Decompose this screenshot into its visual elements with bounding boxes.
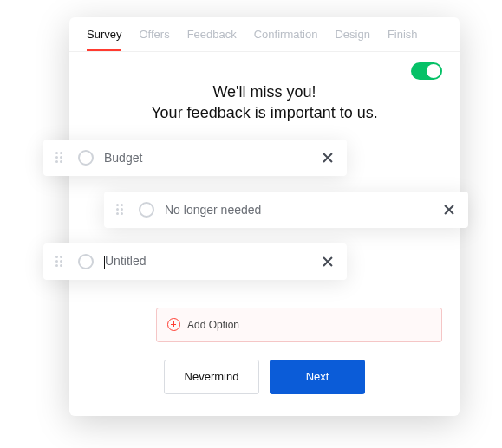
- tab-bar: Survey Offers Feedback Confirmation Desi…: [69, 17, 460, 52]
- option-label[interactable]: Budget: [104, 151, 310, 165]
- drag-handle-icon[interactable]: [116, 204, 128, 216]
- add-option-label: Add Option: [187, 319, 239, 331]
- enable-toggle[interactable]: [411, 62, 442, 80]
- nevermind-button[interactable]: Nevermind: [164, 360, 259, 394]
- drag-handle-icon[interactable]: [55, 256, 68, 268]
- radio-icon[interactable]: [78, 150, 94, 166]
- add-option-button[interactable]: Add Option: [156, 308, 442, 342]
- option-label-text: Untitled: [105, 254, 146, 268]
- plus-circle-icon: [167, 318, 180, 331]
- tab-design[interactable]: Design: [335, 28, 369, 51]
- action-row: Nevermind Next: [69, 360, 460, 394]
- option-label-input[interactable]: Untitled: [104, 254, 310, 269]
- survey-heading: We'll miss you! Your feedback is importa…: [69, 81, 460, 124]
- heading-line-1: We'll miss you!: [95, 81, 434, 102]
- tab-offers[interactable]: Offers: [139, 28, 169, 51]
- toggle-row: [69, 52, 460, 80]
- close-icon[interactable]: [321, 151, 335, 165]
- tab-feedback[interactable]: Feedback: [187, 28, 237, 51]
- option-label[interactable]: No longer needed: [165, 203, 432, 217]
- option-card[interactable]: No longer needed: [104, 192, 468, 228]
- survey-editor-panel: Survey Offers Feedback Confirmation Desi…: [69, 17, 460, 416]
- option-card[interactable]: Budget: [43, 140, 347, 176]
- tab-finish[interactable]: Finish: [388, 28, 418, 51]
- options-list: Budget No longer needed Untitled: [69, 140, 460, 304]
- close-icon[interactable]: [442, 203, 456, 217]
- radio-icon[interactable]: [78, 254, 94, 269]
- tab-survey[interactable]: Survey: [87, 28, 121, 51]
- tab-confirmation[interactable]: Confirmation: [254, 28, 318, 51]
- next-button[interactable]: Next: [270, 360, 365, 394]
- radio-icon[interactable]: [139, 202, 154, 218]
- drag-handle-icon[interactable]: [55, 152, 68, 164]
- option-card[interactable]: Untitled: [43, 243, 347, 280]
- heading-line-2: Your feedback is important to us.: [95, 102, 434, 123]
- close-icon[interactable]: [321, 255, 335, 269]
